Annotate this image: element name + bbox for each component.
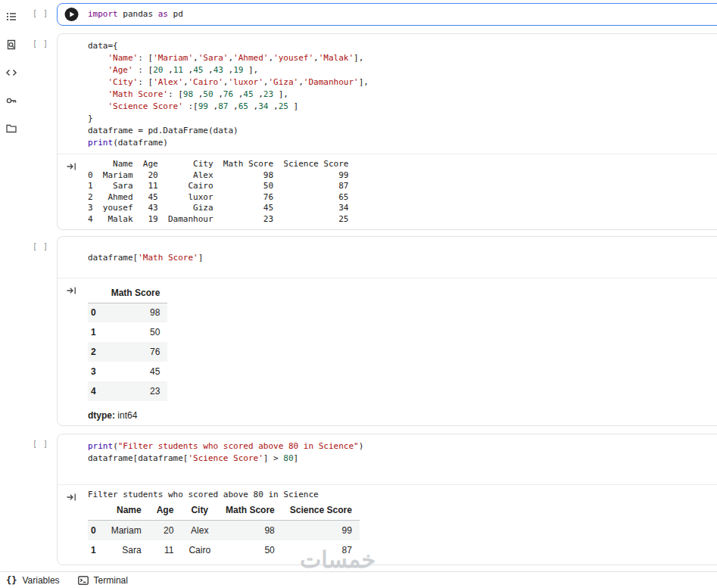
table-row: 0Mariam20Alex9899	[88, 521, 360, 540]
sidebar-item-search[interactable]	[5, 39, 17, 51]
output-icon	[58, 283, 88, 421]
cell-run-prompt[interactable]: [ ]	[23, 3, 57, 26]
folder-icon	[5, 124, 17, 137]
table-row: 276	[88, 342, 167, 362]
variables-label: Variables	[22, 575, 59, 586]
table-row: 098	[88, 303, 167, 322]
sidebar-item-files[interactable]	[5, 123, 17, 135]
braces-icon: {}	[6, 575, 17, 586]
cell-run-prompt[interactable]: [ ]	[23, 33, 57, 230]
code-line: dataframe = pd.DataFrame(data)	[88, 125, 717, 137]
output-area: Name Age City Math Score Science Score 0…	[58, 154, 717, 229]
sidebar-item-secrets[interactable]	[5, 95, 17, 107]
search-doc-icon	[5, 40, 17, 53]
watermark: خمسات	[300, 546, 376, 573]
column-header: Math Score	[218, 501, 282, 521]
code-editor[interactable]: import pandas as pd	[58, 4, 717, 25]
output-area: Filter students who scored above 80 in S…	[58, 484, 717, 565]
run-cell-button[interactable]	[64, 8, 79, 22]
code-line: 'Science Score' :[99 ,87 ,65 ,34 ,25 ]	[88, 101, 717, 113]
cell-run-prompt[interactable]: [ ]	[23, 434, 57, 565]
bottom-bar: {} Variables Terminal	[0, 571, 717, 588]
code-editor[interactable]: dataframe['Math Score']	[58, 237, 717, 278]
output-series-table: Math Score098150276345423	[88, 283, 167, 401]
cell-box: dataframe['Math Score']Math Score0981502…	[57, 236, 717, 426]
output-area: Math Score098150276345423dtype: int64	[58, 278, 717, 425]
output-text: Name Age City Math Score Science Score 0…	[88, 159, 717, 225]
code-line: 'Math Score': [98 ,50 ,76 ,45 ,23 ],	[88, 89, 717, 101]
output-icon	[58, 159, 88, 225]
sidebar-item-toc[interactable]	[5, 11, 17, 23]
play-icon	[64, 14, 79, 24]
column-header: City	[181, 501, 218, 521]
notebook-cell: [ ]print("Filter students who scored abo…	[23, 434, 717, 565]
key-icon	[5, 96, 17, 109]
code-line: print("Filter students who scored above …	[88, 440, 717, 453]
code-editor[interactable]: data={ 'Name': ['Mariam','Sara','Ahmed',…	[58, 34, 717, 154]
code-line: 'City': ['Alex','Cairo','luxor','Giza','…	[88, 76, 717, 89]
cell-box: data={ 'Name': ['Mariam','Sara','Ahmed',…	[57, 33, 717, 230]
code-line: dataframe['Math Score']	[88, 252, 717, 264]
notebook-cell: [ ]data={ 'Name': ['Mariam','Sara','Ahme…	[23, 33, 717, 230]
code-line: import pandas as pd	[88, 8, 717, 20]
cell-box: print("Filter students who scored above …	[57, 434, 717, 565]
terminal-icon	[78, 576, 89, 585]
column-header: Science Score	[282, 501, 360, 521]
column-header: Math Score	[104, 283, 168, 303]
code-icon	[5, 68, 17, 81]
terminal-button[interactable]: Terminal	[78, 572, 128, 588]
table-row: 345	[88, 362, 167, 381]
output-content: Filter students who scored above 80 in S…	[88, 490, 717, 560]
notebook-cell: [ ]import pandas as pd	[23, 3, 717, 26]
toc-icon	[5, 12, 17, 25]
code-line: 'Age' : [20 ,11 ,45 ,43 ,19 ],	[88, 64, 717, 76]
terminal-label: Terminal	[94, 575, 128, 586]
left-sidebar	[0, 0, 23, 571]
code-line: print(dataframe)	[88, 137, 717, 149]
output-content: Name Age City Math Score Science Score 0…	[88, 159, 717, 225]
output-content: Math Score098150276345423dtype: int64	[88, 283, 717, 421]
code-line: 'Name': ['Mariam','Sara','Ahmed','yousef…	[88, 52, 717, 64]
code-editor[interactable]: print("Filter students who scored above …	[58, 434, 717, 484]
variables-button[interactable]: {} Variables	[6, 572, 60, 588]
code-line: data={	[88, 40, 717, 52]
column-header: Age	[149, 501, 182, 521]
sidebar-item-code-snippets[interactable]	[5, 67, 17, 79]
notebook-cell: [ ]dataframe['Math Score']Math Score0981…	[23, 236, 717, 426]
output-text: Filter students who scored above 80 in S…	[88, 490, 717, 501]
cell-run-prompt[interactable]: [ ]	[23, 236, 57, 426]
code-line: dataframe[dataframe['Science Score'] > 8…	[88, 453, 717, 465]
dtype-label: dtype: int64	[88, 410, 717, 421]
cell-box: import pandas as pd	[57, 3, 717, 26]
notebook-scroll-area[interactable]: [ ]import pandas as pd[ ]data={ 'Name': …	[23, 0, 717, 571]
table-row: 423	[88, 381, 167, 401]
column-header: Name	[104, 501, 149, 521]
table-row: 150	[88, 322, 167, 342]
output-icon	[58, 490, 88, 560]
code-line: }	[88, 113, 717, 125]
